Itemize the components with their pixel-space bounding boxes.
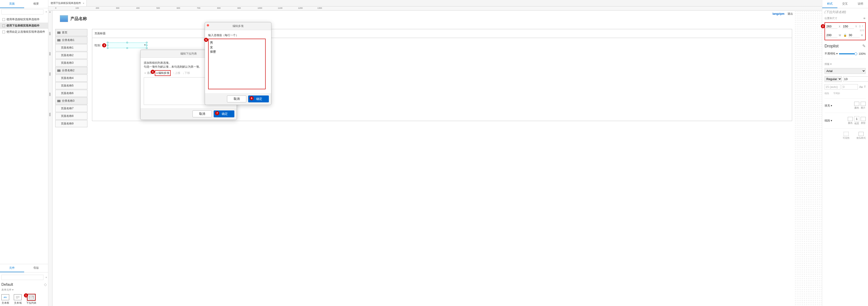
ruler-horizontal: 0 100 200 300 400 500 600 700 800 900 10… <box>48 6 822 10</box>
page-title: 页面标题 <box>92 29 792 38</box>
visibility-icon[interactable]: 👁 <box>863 17 866 20</box>
y-input[interactable] <box>842 24 854 29</box>
font-weight-select[interactable]: Regular <box>825 76 842 82</box>
edit-many-dialog: 编辑多项 输入选项值（每行一个） 5 取消 6 确定 <box>205 22 271 105</box>
library-name[interactable]: Default◇ <box>1 281 47 288</box>
fill-color-swatch[interactable] <box>854 102 859 106</box>
stroke-color-swatch[interactable] <box>848 117 853 121</box>
file-tab[interactable]: 使用下拉表框实现单选组件 × <box>48 0 87 6</box>
sitemap-item[interactable]: 分类名称2 <box>55 67 87 74</box>
library-category[interactable]: 表单元件 ▾ <box>1 288 47 293</box>
section-label: 填充 ▾ <box>825 104 832 108</box>
sitemap-item[interactable]: 分类名称3 <box>55 97 87 104</box>
stroke-type-icon[interactable] <box>861 117 866 121</box>
edit-style-icon[interactable]: ✎ <box>862 43 866 49</box>
tree-item-label: 使用单选按钮实现单选组件 <box>6 18 39 21</box>
ruler-vertical: 0 100 200 300 400 500 <box>48 10 53 306</box>
page-icon <box>2 18 5 21</box>
lock-icon[interactable]: 🔒 <box>843 34 847 37</box>
section-label: 排版 ▾ <box>825 62 832 66</box>
line-height-input[interactable] <box>825 84 840 90</box>
tab-widgets[interactable]: 元件 <box>0 264 24 272</box>
tab-interaction[interactable]: 交互 <box>837 0 852 8</box>
sitemap-item[interactable]: 页面名称1 <box>55 44 87 51</box>
tab-masters[interactable]: 母版 <box>24 264 48 272</box>
folder-icon <box>57 100 61 102</box>
page-tree: 使用单选按钮实现单选组件 使用下拉表框实现单选组件 使用自定义选项组实现单选组件 <box>0 16 48 36</box>
badge-3: 3 <box>102 43 106 48</box>
page-search-input[interactable] <box>1 9 43 14</box>
badge-4: 4 <box>151 70 155 74</box>
folder-icon <box>57 39 61 41</box>
folder-icon <box>57 32 61 34</box>
w-input[interactable] <box>826 33 837 37</box>
widget-droplist[interactable]: 1 下拉列表 <box>26 294 36 305</box>
section-label: 线段 ▾ <box>825 119 832 123</box>
sitemap: 首页 分类名称1 页面名称1 页面名称2 页面名称3 分类名称2 页面名称4 页… <box>55 29 87 128</box>
widget-name-input[interactable]: (下拉列表名称) <box>825 10 866 14</box>
sitemap-item[interactable]: 页面名称5 <box>55 82 87 89</box>
widget-label: 文本域 <box>14 301 22 305</box>
tree-item[interactable]: 使用自定义选项组实现单选组件 <box>0 29 48 35</box>
widget-textfield[interactable]: abc 文本框 <box>1 294 9 305</box>
product-logo <box>60 15 68 22</box>
widget-textarea[interactable]: 文本域 <box>14 294 22 305</box>
plus-icon[interactable]: ＋ <box>45 276 48 279</box>
page-icon <box>2 31 5 33</box>
tab-pages[interactable]: 页面 <box>0 0 24 8</box>
sitemap-item[interactable]: 页面名称3 <box>55 59 87 66</box>
sitemap-item[interactable]: 页面名称9 <box>55 120 87 127</box>
tree-item[interactable]: 使用单选按钮实现单选组件 <box>0 16 48 23</box>
cancel-button[interactable]: 取消 <box>227 95 246 102</box>
logout-link[interactable]: 退出 <box>787 12 793 16</box>
sitemap-item[interactable]: 首页 <box>55 29 87 36</box>
sitemap-item[interactable]: 页面名称2 <box>55 52 87 59</box>
text-case-icon[interactable]: Aa <box>859 85 863 89</box>
sitemap-item[interactable]: 页面名称6 <box>55 90 87 97</box>
product-title: 产品名称 <box>70 16 87 21</box>
section-label: 位置和尺寸 <box>825 17 837 20</box>
tab-notes[interactable]: 说明 <box>853 0 868 8</box>
dialog-prompt: 输入选项值（每行一个） <box>208 33 268 37</box>
sitemap-item[interactable]: 页面名称7 <box>55 105 87 112</box>
x-input[interactable] <box>826 24 837 29</box>
letter-spacing-input[interactable] <box>842 84 858 90</box>
sitemap-item[interactable]: 页面名称8 <box>55 113 87 120</box>
move-up-button[interactable]: ↑ 上移 <box>173 71 180 75</box>
section-label: 不透明性 ▾ <box>825 52 838 56</box>
sitemap-item[interactable]: 页面名称4 <box>55 74 87 82</box>
visibility-toggle[interactable] <box>844 132 849 136</box>
badge-6: 6 <box>250 96 254 100</box>
dialog-title: 编辑多项 <box>205 22 271 30</box>
options-textarea[interactable] <box>208 39 266 89</box>
tab-outline[interactable]: 概要 <box>24 0 48 8</box>
opacity-value: 100% <box>859 52 866 56</box>
tree-item-label: 使用自定义选项组实现单选组件 <box>6 30 45 34</box>
widget-type: Droplist <box>825 44 839 49</box>
tab-style[interactable]: 样式 <box>822 0 837 8</box>
widget-label: 下拉列表 <box>26 301 36 305</box>
font-size-input[interactable] <box>843 76 868 82</box>
edit-many-button[interactable]: ≡ 编辑多项 <box>155 70 170 76</box>
close-icon[interactable] <box>207 24 209 27</box>
sitemap-item[interactable]: 分类名称1 <box>55 37 87 44</box>
stroke-width-input[interactable] <box>854 116 859 121</box>
folder-icon <box>57 69 61 72</box>
page-icon <box>2 24 5 27</box>
tree-item[interactable]: 使用下拉表框实现单选组件 <box>0 23 48 29</box>
h-input[interactable] <box>848 33 860 37</box>
add-page-icon[interactable]: ＋ <box>45 10 48 14</box>
user-link[interactable]: langzipm <box>773 12 784 16</box>
arrow-style-icon[interactable] <box>859 132 864 136</box>
text-options-icon[interactable]: T <box>864 85 866 89</box>
font-select[interactable]: Arial <box>825 68 866 74</box>
tree-item-label: 使用下拉表框实现单选组件 <box>6 24 39 28</box>
cancel-button[interactable]: 取消 <box>192 111 212 117</box>
move-down-button[interactable]: ↓ 下移 <box>183 71 190 75</box>
widget-search-input[interactable] <box>1 275 43 280</box>
close-icon[interactable]: × <box>83 2 84 5</box>
svg-rect-4 <box>29 297 34 299</box>
fill-image-icon[interactable] <box>861 102 866 106</box>
opacity-slider[interactable] <box>839 53 857 54</box>
droplist-widget[interactable] <box>107 42 147 48</box>
